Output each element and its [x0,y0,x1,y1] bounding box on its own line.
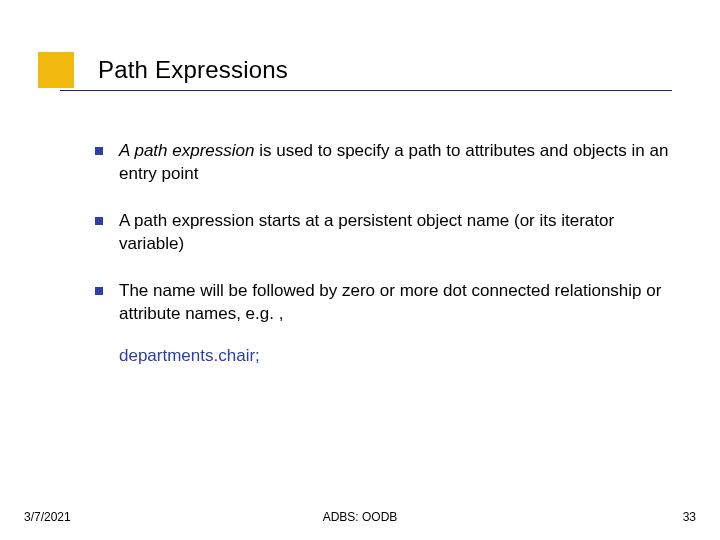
footer-page-number: 33 [683,510,696,524]
bullet-text: A path expression starts at a persistent… [119,210,670,256]
bullet-square-icon [95,147,103,155]
bullet-item: A path expression starts at a persistent… [95,210,670,256]
content-area: A path expression is used to specify a p… [95,140,670,366]
bullet-text: The name will be followed by zero or mor… [119,280,670,326]
italic-term: A path expression [119,141,254,160]
bullet-item: The name will be followed by zero or mor… [95,280,670,326]
footer: 3/7/2021 ADBS: OODB 33 [0,510,720,524]
code-example: departments.chair; [119,346,670,366]
slide-title: Path Expressions [98,56,288,84]
bullet-item: A path expression is used to specify a p… [95,140,670,186]
title-underline [60,90,672,91]
bullet-text: A path expression is used to specify a p… [119,140,670,186]
footer-center: ADBS: OODB [323,510,398,524]
accent-block [38,52,74,88]
footer-date: 3/7/2021 [24,510,71,524]
bullet-square-icon [95,287,103,295]
bullet-square-icon [95,217,103,225]
